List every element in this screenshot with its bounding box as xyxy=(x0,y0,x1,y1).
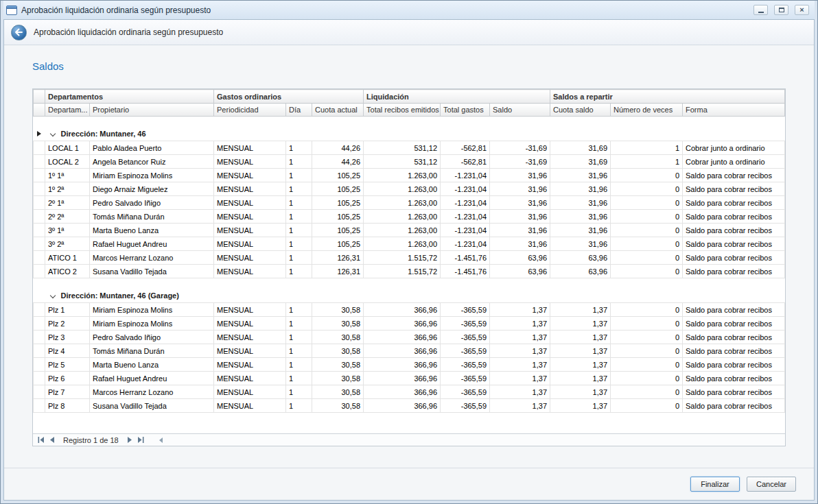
cell[interactable]: 1,37 xyxy=(550,331,611,344)
cell[interactable]: 1.263,00 xyxy=(364,210,441,224)
nav-prev-button[interactable] xyxy=(47,435,58,445)
cell[interactable]: Marcos Herranz Lozano xyxy=(90,385,214,399)
cancel-button[interactable]: Cancelar xyxy=(747,477,796,492)
column-header[interactable]: Cuota saldo xyxy=(550,104,611,117)
nav-next-button[interactable] xyxy=(124,435,135,445)
cell[interactable]: MENSUAL xyxy=(214,372,286,385)
cell[interactable]: 0 xyxy=(611,224,683,237)
table-row[interactable]: Plz 2Miriam Espinoza MolinsMENSUAL130,58… xyxy=(34,317,785,331)
cell[interactable]: 0 xyxy=(611,344,683,358)
cell[interactable]: 366,96 xyxy=(364,331,441,344)
cell[interactable]: 0 xyxy=(611,317,683,331)
cell[interactable]: 0 xyxy=(611,385,683,399)
cell[interactable]: 1 xyxy=(286,331,312,344)
cell[interactable]: Plz 1 xyxy=(45,303,90,317)
column-header[interactable]: Total recibos emitidos xyxy=(364,104,441,117)
cell[interactable]: 1 xyxy=(286,385,312,399)
cell[interactable]: Plz 5 xyxy=(45,358,90,372)
cell[interactable]: 31,96 xyxy=(490,224,550,237)
cell[interactable]: 1,37 xyxy=(550,385,611,399)
cell[interactable]: 105,25 xyxy=(312,237,364,251)
cell[interactable]: 1,37 xyxy=(550,303,611,317)
column-header[interactable]: Total gastos xyxy=(441,104,490,117)
cell[interactable]: 63,96 xyxy=(550,265,611,278)
table-row[interactable]: 2º 1ªPedro Salvado IñigoMENSUAL1105,251.… xyxy=(34,196,785,210)
cell[interactable]: -1.231,04 xyxy=(441,196,490,210)
cell[interactable]: 31,96 xyxy=(490,169,550,182)
cell[interactable]: 1 xyxy=(286,169,312,182)
cell[interactable]: Saldo para cobrar recibos xyxy=(683,372,785,385)
cell[interactable]: Saldo para cobrar recibos xyxy=(683,224,785,237)
cell[interactable]: 1 xyxy=(286,303,312,317)
table-row[interactable]: Plz 7Marcos Herranz LozanoMENSUAL130,583… xyxy=(34,385,785,399)
table-row[interactable]: Plz 3Pedro Salvado IñigoMENSUAL130,58366… xyxy=(34,331,785,344)
cell[interactable]: 531,12 xyxy=(364,141,441,155)
cell[interactable]: 63,96 xyxy=(550,251,611,265)
cell[interactable]: -365,59 xyxy=(441,344,490,358)
column-header[interactable]: Saldo xyxy=(490,104,550,117)
cell[interactable]: 31,96 xyxy=(490,237,550,251)
cell[interactable]: Saldo para cobrar recibos xyxy=(683,265,785,278)
cell[interactable]: 105,25 xyxy=(312,224,364,237)
cell[interactable]: 1º 2ª xyxy=(45,182,90,196)
cell[interactable]: 366,96 xyxy=(364,385,441,399)
cell[interactable]: 126,31 xyxy=(312,251,364,265)
maximize-button[interactable] xyxy=(774,5,788,15)
column-header[interactable]: Forma xyxy=(683,104,785,117)
cell[interactable]: 366,96 xyxy=(364,399,441,413)
cell[interactable]: 31,96 xyxy=(550,182,611,196)
cell[interactable]: 531,12 xyxy=(364,155,441,169)
cell[interactable]: -1.451,76 xyxy=(441,265,490,278)
cell[interactable]: MENSUAL xyxy=(214,182,286,196)
cell[interactable]: -1.451,76 xyxy=(441,251,490,265)
cell[interactable]: -1.231,04 xyxy=(441,210,490,224)
cell[interactable]: Saldo para cobrar recibos xyxy=(683,331,785,344)
cell[interactable]: 1.263,00 xyxy=(364,224,441,237)
cell[interactable]: LOCAL 1 xyxy=(45,141,90,155)
cell[interactable]: 366,96 xyxy=(364,358,441,372)
cell[interactable]: 31,69 xyxy=(550,141,611,155)
column-header[interactable]: Día xyxy=(286,104,312,117)
band-header[interactable]: Gastos ordinarios xyxy=(214,90,364,104)
cell[interactable]: -365,59 xyxy=(441,385,490,399)
cell[interactable]: 0 xyxy=(611,210,683,224)
cell[interactable]: 366,96 xyxy=(364,372,441,385)
cell[interactable]: 31,96 xyxy=(490,182,550,196)
cell[interactable]: Saldo para cobrar recibos xyxy=(683,251,785,265)
cell[interactable]: -365,59 xyxy=(441,358,490,372)
cell[interactable]: Marta Bueno Lanza xyxy=(90,358,214,372)
cell[interactable]: 105,25 xyxy=(312,182,364,196)
cell[interactable]: 1 xyxy=(286,155,312,169)
cell[interactable]: 1,37 xyxy=(490,303,550,317)
cell[interactable]: Cobrar junto a ordinario xyxy=(683,141,785,155)
cell[interactable]: 2º 2ª xyxy=(45,210,90,224)
cell[interactable]: 0 xyxy=(611,196,683,210)
band-header[interactable]: Saldos a repartir xyxy=(550,90,785,104)
cell[interactable]: 1 xyxy=(286,399,312,413)
cell[interactable]: Saldo para cobrar recibos xyxy=(683,317,785,331)
cell[interactable]: MENSUAL xyxy=(214,331,286,344)
cell[interactable]: 1,37 xyxy=(490,399,550,413)
cell[interactable]: MENSUAL xyxy=(214,265,286,278)
cell[interactable]: 30,58 xyxy=(312,399,364,413)
cell[interactable]: Pablo Aladea Puerto xyxy=(90,141,214,155)
cell[interactable]: -365,59 xyxy=(441,372,490,385)
cell[interactable]: 1,37 xyxy=(490,344,550,358)
cell[interactable]: 31,96 xyxy=(490,196,550,210)
cell[interactable]: LOCAL 2 xyxy=(45,155,90,169)
table-row[interactable]: ATICO 2Susana Vadillo TejadaMENSUAL1126,… xyxy=(34,265,785,278)
table-row[interactable]: 3º 2ªRafael Huguet AndreuMENSUAL1105,251… xyxy=(34,237,785,251)
table-row[interactable]: Plz 6Rafael Huguet AndreuMENSUAL130,5836… xyxy=(34,372,785,385)
cell[interactable]: Tomás Miñana Durán xyxy=(90,210,214,224)
cell[interactable]: -365,59 xyxy=(441,317,490,331)
cell[interactable]: MENSUAL xyxy=(214,141,286,155)
nav-first-button[interactable] xyxy=(36,435,47,445)
cell[interactable]: 31,96 xyxy=(550,237,611,251)
cell[interactable]: 1 xyxy=(286,344,312,358)
cell[interactable]: Pedro Salvado Iñigo xyxy=(90,331,214,344)
cell[interactable]: Plz 4 xyxy=(45,344,90,358)
cell[interactable]: Saldo para cobrar recibos xyxy=(683,399,785,413)
cell[interactable]: 366,96 xyxy=(364,317,441,331)
cell[interactable]: Pedro Salvado Iñigo xyxy=(90,196,214,210)
table-row[interactable]: 1º 2ªDiego Arnaiz MiguelezMENSUAL1105,25… xyxy=(34,182,785,196)
